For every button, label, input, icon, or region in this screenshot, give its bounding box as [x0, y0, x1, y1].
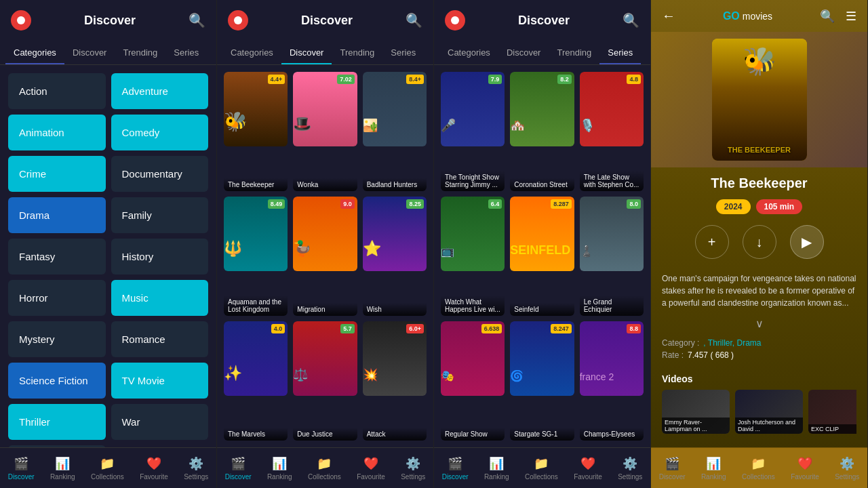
nav-collections-1[interactable]: 📁 Collections [91, 456, 124, 481]
tab-discover-2[interactable]: Discover [281, 41, 332, 64]
back-button[interactable]: ← [662, 8, 675, 24]
tab-series-1[interactable]: Series [165, 41, 207, 64]
video-thumb-2[interactable]: Josh Hutcherson and David ... [735, 390, 803, 434]
movie-card-migration[interactable]: 9.0 🦆 Migration [293, 197, 357, 316]
panel-categories: Discover 🔍 Categories Discover Trending … [0, 0, 217, 488]
nav-ranking-4[interactable]: 📊 Ranking [701, 456, 726, 481]
movie-card-wish[interactable]: 8.25 ⭐ Wish [363, 197, 427, 316]
tabs-2: Categories Discover Trending Series [217, 41, 433, 65]
category-scifi[interactable]: Science Fiction [8, 363, 106, 399]
category-adventure[interactable]: Adventure [111, 73, 209, 109]
movie-card-wonka[interactable]: 7.02 🎩 Wonka [293, 72, 357, 191]
nav-settings-1[interactable]: ⚙️ Settings [184, 456, 208, 481]
bottom-nav-3: 🎬 Discover 📊 Ranking 📁 Collections ❤️ Fa… [434, 447, 650, 488]
nav-discover-3[interactable]: 🎬 Discover [442, 456, 469, 481]
nav-collections-label-3: Collections [525, 473, 558, 481]
nav-collections-2[interactable]: 📁 Collections [308, 456, 341, 481]
expand-description-button[interactable]: ∨ [651, 314, 867, 333]
tab-categories-3[interactable]: Categories [439, 41, 498, 64]
nav-settings-3[interactable]: ⚙️ Settings [618, 456, 642, 481]
nav-favourite-2[interactable]: ❤️ Favourite [357, 456, 385, 481]
movie-card-legrand[interactable]: 8.0 ♟️ Le Grand Echiquier [580, 197, 644, 316]
nav-ranking-1[interactable]: 📊 Ranking [50, 456, 75, 481]
rating-stargate: 8.247 [551, 324, 572, 333]
category-family[interactable]: Family [111, 197, 209, 233]
download-button[interactable]: ↓ [743, 225, 776, 259]
movie-card-watchwhat[interactable]: 6.4 📺 Watch What Happens Live wi... [441, 197, 505, 316]
nav-ranking-2[interactable]: 📊 Ranking [267, 456, 292, 481]
category-horror[interactable]: Horror [8, 280, 106, 316]
category-animation[interactable]: Animation [8, 115, 106, 150]
menu-icon-4[interactable]: ☰ [846, 9, 856, 24]
nav-discover-4[interactable]: 🎬 Discover [659, 456, 686, 481]
category-comedy[interactable]: Comedy [111, 115, 209, 150]
video-label-2: Josh Hutcherson and David ... [735, 418, 803, 434]
video-thumb-3[interactable]: EXC CLIP [808, 390, 856, 434]
nav-settings-2[interactable]: ⚙️ Settings [401, 456, 425, 481]
tab-categories-2[interactable]: Categories [222, 41, 281, 64]
nav-discover-1[interactable]: 🎬 Discover [8, 456, 35, 481]
movie-card-champs[interactable]: 8.8 france 2 Champs-Elysees [580, 321, 644, 441]
tab-discover-1[interactable]: Discover [64, 41, 115, 64]
movie-card-marvels[interactable]: 4.0 ✨ The Marvels [224, 321, 288, 441]
movie-card-badland[interactable]: 8.4+ 🏜️ Badland Hunters [363, 72, 427, 191]
nav-favourite-3[interactable]: ❤️ Favourite [574, 456, 602, 481]
category-action[interactable]: Action [8, 73, 106, 109]
category-drama[interactable]: Drama [8, 197, 106, 233]
tab-trending-2[interactable]: Trending [332, 41, 382, 64]
search-icon-4[interactable]: 🔍 [820, 9, 835, 24]
nav-collections-4[interactable]: 📁 Collections [742, 456, 775, 481]
favourite-icon-3: ❤️ [580, 456, 595, 471]
movie-card-aquaman[interactable]: 8.49 🔱 Aquaman and the Lost Kingdom [224, 197, 288, 316]
discover-icon-4: 🎬 [665, 456, 679, 471]
search-icon-1[interactable]: 🔍 [189, 12, 205, 28]
search-icon-2[interactable]: 🔍 [406, 12, 422, 28]
video-thumb-1[interactable]: Emmy Raver-Lampman on ... [662, 390, 730, 434]
movie-card-stargate[interactable]: 8.247 🌀 Stargate SG-1 [510, 321, 574, 441]
category-crime[interactable]: Crime [8, 156, 106, 192]
category-war[interactable]: War [111, 404, 209, 440]
nav-collections-label-2: Collections [308, 473, 341, 481]
category-mystery[interactable]: Mystery [8, 321, 106, 357]
nav-favourite-4[interactable]: ❤️ Favourite [791, 456, 819, 481]
movie-card-beekeeper[interactable]: 4.4+ 🐝 The Beekeeper [224, 72, 288, 191]
tab-series-2[interactable]: Series [382, 41, 424, 64]
panel-series: Discover 🔍 Categories Discover Trending … [434, 0, 651, 488]
video-label-1: Emmy Raver-Lampman on ... [662, 418, 730, 434]
tab-series-3[interactable]: Series [599, 41, 641, 64]
nav-favourite-label-3: Favourite [574, 473, 602, 481]
header-3: Discover 🔍 [434, 0, 650, 41]
movie-card-coronation[interactable]: 8.2 🏘️ Coronation Street [510, 72, 574, 191]
movie-card-colbert[interactable]: 4.8 🎙️ The Late Show with Stephen Co... [580, 72, 644, 191]
panel1-title: Discover [84, 14, 136, 28]
bottom-nav-4: 🎬 Discover 📊 Ranking 📁 Collections ❤️ Fa… [651, 447, 867, 488]
tab-trending-1[interactable]: Trending [115, 41, 165, 64]
nav-discover-2[interactable]: 🎬 Discover [225, 456, 252, 481]
movie-card-seinfeld[interactable]: 8.287 SEINFELD Seinfeld [510, 197, 574, 316]
tab-discover-3[interactable]: Discover [498, 41, 549, 64]
tab-categories-1[interactable]: Categories [5, 41, 64, 64]
play-button[interactable]: ▶ [790, 225, 824, 259]
search-icon-3[interactable]: 🔍 [623, 12, 639, 28]
discover-icon-1: 🎬 [14, 456, 28, 471]
nav-settings-4[interactable]: ⚙️ Settings [835, 456, 859, 481]
category-fantasy[interactable]: Fantasy [8, 239, 106, 274]
category-romance[interactable]: Romance [111, 321, 209, 357]
nav-favourite-1[interactable]: ❤️ Favourite [140, 456, 168, 481]
panel-discover: Discover 🔍 Categories Discover Trending … [217, 0, 434, 488]
category-thriller[interactable]: Thriller [8, 404, 106, 440]
category-documentary[interactable]: Documentary [111, 156, 209, 192]
category-history[interactable]: History [111, 239, 209, 274]
category-tvmovie[interactable]: TV Movie [111, 363, 209, 399]
movie-card-attack[interactable]: 6.0+ 💥 Attack [363, 321, 427, 441]
tab-trending-3[interactable]: Trending [549, 41, 599, 64]
nav-ranking-3[interactable]: 📊 Ranking [484, 456, 509, 481]
movie-hero-image: THE BEEKEEPER 🐝 [651, 32, 867, 167]
category-music[interactable]: Music [111, 280, 209, 316]
nav-collections-3[interactable]: 📁 Collections [525, 456, 558, 481]
add-to-list-button[interactable]: + [695, 225, 729, 259]
movie-card-regularshow[interactable]: 6.638 🎭 Regular Show [441, 321, 505, 441]
movie-card-duejustice[interactable]: 5.7 ⚖️ Due Justice [293, 321, 357, 441]
movie-card-tonight[interactable]: 7.9 🎤 The Tonight Show Starring Jimmy ..… [441, 72, 505, 191]
rate-paren-close: ) [731, 350, 734, 360]
